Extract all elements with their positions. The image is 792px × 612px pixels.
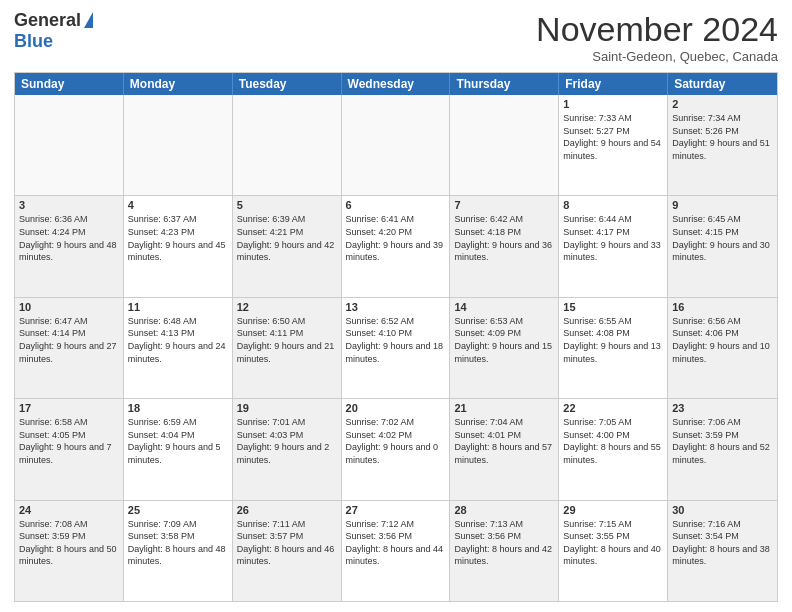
cal-cell-r4-c5: 29Sunrise: 7:15 AMSunset: 3:55 PMDayligh… — [559, 501, 668, 601]
cal-cell-r0-c1 — [124, 95, 233, 195]
location-subtitle: Saint-Gedeon, Quebec, Canada — [536, 49, 778, 64]
day-number: 4 — [128, 199, 228, 211]
calendar-row-1: 3Sunrise: 6:36 AMSunset: 4:24 PMDaylight… — [15, 195, 777, 296]
day-info: Sunrise: 7:06 AMSunset: 3:59 PMDaylight:… — [672, 416, 773, 466]
day-info: Sunrise: 7:08 AMSunset: 3:59 PMDaylight:… — [19, 518, 119, 568]
logo-general: General — [14, 10, 81, 31]
logo-triangle-icon — [84, 12, 93, 28]
day-number: 17 — [19, 402, 119, 414]
day-number: 21 — [454, 402, 554, 414]
cal-cell-r0-c0 — [15, 95, 124, 195]
calendar-row-2: 10Sunrise: 6:47 AMSunset: 4:14 PMDayligh… — [15, 297, 777, 398]
day-info: Sunrise: 7:09 AMSunset: 3:58 PMDaylight:… — [128, 518, 228, 568]
day-number: 19 — [237, 402, 337, 414]
cal-cell-r1-c4: 7Sunrise: 6:42 AMSunset: 4:18 PMDaylight… — [450, 196, 559, 296]
day-number: 30 — [672, 504, 773, 516]
cal-cell-r2-c2: 12Sunrise: 6:50 AMSunset: 4:11 PMDayligh… — [233, 298, 342, 398]
day-number: 22 — [563, 402, 663, 414]
calendar-row-4: 24Sunrise: 7:08 AMSunset: 3:59 PMDayligh… — [15, 500, 777, 601]
day-info: Sunrise: 6:47 AMSunset: 4:14 PMDaylight:… — [19, 315, 119, 365]
day-info: Sunrise: 6:48 AMSunset: 4:13 PMDaylight:… — [128, 315, 228, 365]
cal-cell-r1-c1: 4Sunrise: 6:37 AMSunset: 4:23 PMDaylight… — [124, 196, 233, 296]
day-info: Sunrise: 6:39 AMSunset: 4:21 PMDaylight:… — [237, 213, 337, 263]
day-info: Sunrise: 6:55 AMSunset: 4:08 PMDaylight:… — [563, 315, 663, 365]
day-number: 25 — [128, 504, 228, 516]
day-number: 29 — [563, 504, 663, 516]
day-number: 2 — [672, 98, 773, 110]
day-info: Sunrise: 7:15 AMSunset: 3:55 PMDaylight:… — [563, 518, 663, 568]
logo: General Blue — [14, 10, 93, 52]
day-number: 6 — [346, 199, 446, 211]
cal-cell-r2-c5: 15Sunrise: 6:55 AMSunset: 4:08 PMDayligh… — [559, 298, 668, 398]
day-number: 7 — [454, 199, 554, 211]
day-number: 20 — [346, 402, 446, 414]
cal-cell-r3-c2: 19Sunrise: 7:01 AMSunset: 4:03 PMDayligh… — [233, 399, 342, 499]
header-tuesday: Tuesday — [233, 73, 342, 95]
cal-cell-r0-c2 — [233, 95, 342, 195]
day-info: Sunrise: 7:04 AMSunset: 4:01 PMDaylight:… — [454, 416, 554, 466]
day-number: 15 — [563, 301, 663, 313]
day-info: Sunrise: 6:41 AMSunset: 4:20 PMDaylight:… — [346, 213, 446, 263]
cal-cell-r4-c0: 24Sunrise: 7:08 AMSunset: 3:59 PMDayligh… — [15, 501, 124, 601]
cal-cell-r4-c6: 30Sunrise: 7:16 AMSunset: 3:54 PMDayligh… — [668, 501, 777, 601]
day-info: Sunrise: 6:52 AMSunset: 4:10 PMDaylight:… — [346, 315, 446, 365]
day-info: Sunrise: 6:45 AMSunset: 4:15 PMDaylight:… — [672, 213, 773, 263]
day-number: 24 — [19, 504, 119, 516]
cal-cell-r2-c3: 13Sunrise: 6:52 AMSunset: 4:10 PMDayligh… — [342, 298, 451, 398]
cal-cell-r0-c3 — [342, 95, 451, 195]
header-wednesday: Wednesday — [342, 73, 451, 95]
cal-cell-r1-c2: 5Sunrise: 6:39 AMSunset: 4:21 PMDaylight… — [233, 196, 342, 296]
day-number: 1 — [563, 98, 663, 110]
cal-cell-r0-c4 — [450, 95, 559, 195]
header-monday: Monday — [124, 73, 233, 95]
day-info: Sunrise: 7:34 AMSunset: 5:26 PMDaylight:… — [672, 112, 773, 162]
calendar-row-3: 17Sunrise: 6:58 AMSunset: 4:05 PMDayligh… — [15, 398, 777, 499]
day-info: Sunrise: 6:37 AMSunset: 4:23 PMDaylight:… — [128, 213, 228, 263]
cal-cell-r0-c6: 2Sunrise: 7:34 AMSunset: 5:26 PMDaylight… — [668, 95, 777, 195]
cal-cell-r1-c3: 6Sunrise: 6:41 AMSunset: 4:20 PMDaylight… — [342, 196, 451, 296]
header-sunday: Sunday — [15, 73, 124, 95]
cal-cell-r3-c0: 17Sunrise: 6:58 AMSunset: 4:05 PMDayligh… — [15, 399, 124, 499]
logo-blue: Blue — [14, 31, 53, 52]
day-info: Sunrise: 6:42 AMSunset: 4:18 PMDaylight:… — [454, 213, 554, 263]
cal-cell-r3-c6: 23Sunrise: 7:06 AMSunset: 3:59 PMDayligh… — [668, 399, 777, 499]
day-info: Sunrise: 7:05 AMSunset: 4:00 PMDaylight:… — [563, 416, 663, 466]
day-info: Sunrise: 7:33 AMSunset: 5:27 PMDaylight:… — [563, 112, 663, 162]
cal-cell-r4-c3: 27Sunrise: 7:12 AMSunset: 3:56 PMDayligh… — [342, 501, 451, 601]
calendar-header: Sunday Monday Tuesday Wednesday Thursday… — [15, 73, 777, 95]
cal-cell-r4-c4: 28Sunrise: 7:13 AMSunset: 3:56 PMDayligh… — [450, 501, 559, 601]
day-info: Sunrise: 6:53 AMSunset: 4:09 PMDaylight:… — [454, 315, 554, 365]
page: General Blue November 2024 Saint-Gedeon,… — [0, 0, 792, 612]
cal-cell-r3-c1: 18Sunrise: 6:59 AMSunset: 4:04 PMDayligh… — [124, 399, 233, 499]
day-info: Sunrise: 6:50 AMSunset: 4:11 PMDaylight:… — [237, 315, 337, 365]
day-info: Sunrise: 7:02 AMSunset: 4:02 PMDaylight:… — [346, 416, 446, 466]
day-info: Sunrise: 7:11 AMSunset: 3:57 PMDaylight:… — [237, 518, 337, 568]
day-number: 28 — [454, 504, 554, 516]
cal-cell-r1-c6: 9Sunrise: 6:45 AMSunset: 4:15 PMDaylight… — [668, 196, 777, 296]
header-thursday: Thursday — [450, 73, 559, 95]
cal-cell-r0-c5: 1Sunrise: 7:33 AMSunset: 5:27 PMDaylight… — [559, 95, 668, 195]
day-number: 5 — [237, 199, 337, 211]
cal-cell-r3-c4: 21Sunrise: 7:04 AMSunset: 4:01 PMDayligh… — [450, 399, 559, 499]
calendar-body: 1Sunrise: 7:33 AMSunset: 5:27 PMDaylight… — [15, 95, 777, 601]
day-number: 16 — [672, 301, 773, 313]
cal-cell-r1-c5: 8Sunrise: 6:44 AMSunset: 4:17 PMDaylight… — [559, 196, 668, 296]
title-section: November 2024 Saint-Gedeon, Quebec, Cana… — [536, 10, 778, 64]
day-info: Sunrise: 6:59 AMSunset: 4:04 PMDaylight:… — [128, 416, 228, 466]
cal-cell-r2-c1: 11Sunrise: 6:48 AMSunset: 4:13 PMDayligh… — [124, 298, 233, 398]
cal-cell-r2-c6: 16Sunrise: 6:56 AMSunset: 4:06 PMDayligh… — [668, 298, 777, 398]
day-number: 27 — [346, 504, 446, 516]
day-number: 14 — [454, 301, 554, 313]
day-number: 12 — [237, 301, 337, 313]
day-info: Sunrise: 6:58 AMSunset: 4:05 PMDaylight:… — [19, 416, 119, 466]
header-saturday: Saturday — [668, 73, 777, 95]
day-info: Sunrise: 7:13 AMSunset: 3:56 PMDaylight:… — [454, 518, 554, 568]
day-info: Sunrise: 7:12 AMSunset: 3:56 PMDaylight:… — [346, 518, 446, 568]
cal-cell-r2-c0: 10Sunrise: 6:47 AMSunset: 4:14 PMDayligh… — [15, 298, 124, 398]
day-number: 23 — [672, 402, 773, 414]
day-info: Sunrise: 7:16 AMSunset: 3:54 PMDaylight:… — [672, 518, 773, 568]
day-number: 11 — [128, 301, 228, 313]
header-friday: Friday — [559, 73, 668, 95]
month-title: November 2024 — [536, 10, 778, 49]
calendar: Sunday Monday Tuesday Wednesday Thursday… — [14, 72, 778, 602]
